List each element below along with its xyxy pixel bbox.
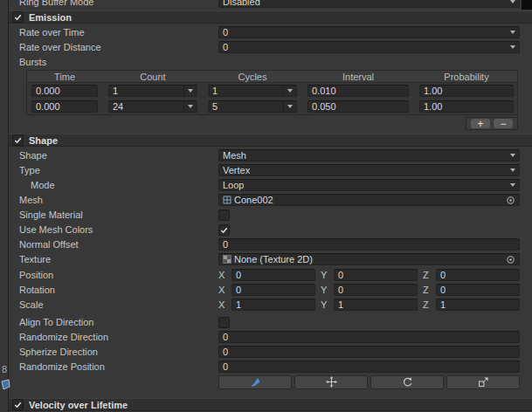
randomize-position-label: Randomize Position	[19, 361, 218, 372]
normal-offset-row: Normal Offset 0	[9, 238, 532, 251]
shape-gizmo-toolbar-row	[9, 375, 532, 389]
ring-buffer-mode-row: Ring Buffer Mode Disabled	[9, 0, 532, 8]
move-tool-button[interactable]	[294, 375, 368, 389]
bursts-footer: + −	[9, 117, 518, 130]
bursts-col-time: Time	[31, 72, 98, 82]
velocity-over-lifetime-header[interactable]: Velocity over Lifetime	[9, 398, 532, 411]
type-dropdown[interactable]: Vertex	[218, 164, 520, 176]
randomize-position-field[interactable]: 0	[218, 360, 520, 373]
ring-buffer-mode-dropdown[interactable]: Disabled	[218, 0, 520, 8]
chevron-down-icon	[510, 0, 515, 3]
rotation-x-value: 0	[236, 285, 241, 295]
texture-row: Texture None (Texture 2D)	[9, 253, 532, 265]
axis-x-label: X	[218, 299, 226, 310]
position-x-field[interactable]: 0	[231, 269, 315, 281]
rate-over-time-field[interactable]: 0	[218, 26, 520, 38]
mesh-object-field[interactable]: Cone002	[218, 194, 520, 206]
burst-interval-value: 0.010	[312, 86, 336, 96]
burst-cycles-dropdown[interactable]: 1	[208, 85, 297, 97]
burst-row: 0.000 24 5 0.050 1.00	[27, 99, 517, 114]
use-mesh-colors-row: Use Mesh Colors	[9, 223, 532, 236]
mode-dropdown[interactable]: Loop	[218, 179, 520, 191]
emission-module-title: Emission	[29, 12, 72, 23]
bursts-col-count: Count	[108, 72, 197, 82]
rate-over-distance-field[interactable]: 0	[218, 41, 520, 53]
align-to-direction-checkbox[interactable]	[218, 317, 230, 328]
burst-time-field[interactable]: 0.000	[31, 85, 98, 97]
gutter-number: 8	[2, 364, 7, 374]
rotation-y-field[interactable]: 0	[334, 284, 418, 296]
bursts-col-probability: Probability	[419, 72, 514, 82]
burst-cycles-value: 1	[212, 86, 218, 96]
burst-cycles-dropdown[interactable]: 5	[208, 100, 297, 113]
rotation-x-field[interactable]: 0	[231, 284, 315, 296]
chevron-down-icon	[188, 105, 193, 108]
velocity-enabled-checkbox[interactable]	[12, 399, 24, 410]
spherize-direction-field[interactable]: 0	[218, 346, 520, 358]
burst-interval-value: 0.050	[312, 101, 336, 112]
burst-count-dropdown[interactable]: 24	[108, 100, 197, 113]
axis-z-label: Z	[423, 285, 431, 295]
object-picker-icon[interactable]	[506, 196, 515, 205]
position-y-field[interactable]: 0	[334, 269, 418, 281]
remove-burst-button[interactable]: −	[494, 119, 513, 128]
burst-probability-field[interactable]: 1.00	[419, 100, 514, 113]
object-picker-icon[interactable]	[506, 255, 515, 264]
position-z-value: 0	[440, 270, 446, 280]
texture-object-field[interactable]: None (Texture 2D)	[218, 253, 520, 265]
rotate-tool-button[interactable]	[370, 375, 444, 389]
scale-icon	[478, 376, 489, 389]
rotation-z-field[interactable]: 0	[436, 284, 520, 296]
mesh-label: Mesh	[19, 195, 218, 205]
burst-count-value: 24	[113, 101, 123, 112]
rate-over-distance-row: Rate over Distance 0	[9, 41, 532, 53]
edit-shape-button[interactable]	[218, 375, 292, 389]
mode-row: Mode Loop	[9, 179, 532, 191]
add-burst-button[interactable]: +	[471, 119, 490, 128]
bursts-col-interval: Interval	[307, 72, 409, 82]
shape-enabled-checkbox[interactable]	[12, 134, 24, 146]
scale-x-field[interactable]: 1	[231, 299, 315, 311]
shape-module-title: Shape	[29, 135, 58, 146]
chevron-down-icon	[287, 89, 293, 93]
axis-z-label: Z	[423, 270, 431, 280]
rate-over-time-label: Rate over Time	[19, 27, 218, 38]
normal-offset-field[interactable]: 0	[218, 238, 520, 251]
burst-probability-field[interactable]: 1.00	[419, 85, 514, 97]
spherize-direction-label: Spherize Direction	[19, 347, 218, 357]
burst-time-value: 0.000	[36, 86, 60, 96]
scale-tool-button[interactable]	[446, 375, 520, 389]
shape-label: Shape	[19, 150, 218, 161]
mode-value: Loop	[223, 180, 244, 190]
scale-label: Scale	[19, 299, 218, 310]
chevron-down-icon	[510, 168, 515, 172]
paint-brush-icon	[250, 376, 261, 389]
unity-inspector-particle-system: 8 Ring Buffer Mode Disabled Emission Rat…	[0, 0, 532, 412]
burst-count-dropdown[interactable]: 1	[108, 85, 197, 97]
burst-time-field[interactable]: 0.000	[31, 100, 98, 113]
single-material-checkbox[interactable]	[218, 209, 230, 221]
emission-module-header[interactable]: Emission	[9, 10, 532, 24]
emission-enabled-checkbox[interactable]	[12, 11, 24, 23]
ring-buffer-mode-value: Disabled	[223, 0, 260, 7]
scale-y-field[interactable]: 1	[334, 299, 418, 311]
velocity-module-title: Velocity over Lifetime	[29, 400, 128, 410]
chevron-down-icon	[287, 105, 293, 108]
shape-module-header[interactable]: Shape	[9, 134, 532, 147]
normal-offset-value: 0	[223, 239, 228, 250]
randomize-direction-field[interactable]: 0	[218, 331, 520, 343]
divider	[183, 101, 184, 112]
mesh-grid-icon	[223, 196, 231, 204]
position-z-field[interactable]: 0	[436, 269, 520, 281]
scale-z-field[interactable]: 1	[436, 299, 520, 311]
texture-label: Texture	[19, 254, 218, 264]
mesh-row: Mesh Cone002	[9, 194, 532, 206]
position-y-value: 0	[338, 270, 343, 280]
burst-interval-field[interactable]: 0.010	[307, 85, 409, 97]
use-mesh-colors-checkbox[interactable]	[218, 224, 230, 236]
rotation-row: Rotation X 0 Y 0 Z 0	[9, 284, 532, 296]
shape-dropdown[interactable]: Mesh	[218, 149, 520, 161]
type-value: Vertex	[223, 165, 250, 175]
rate-over-distance-value: 0	[223, 42, 228, 52]
burst-interval-field[interactable]: 0.050	[307, 100, 409, 113]
